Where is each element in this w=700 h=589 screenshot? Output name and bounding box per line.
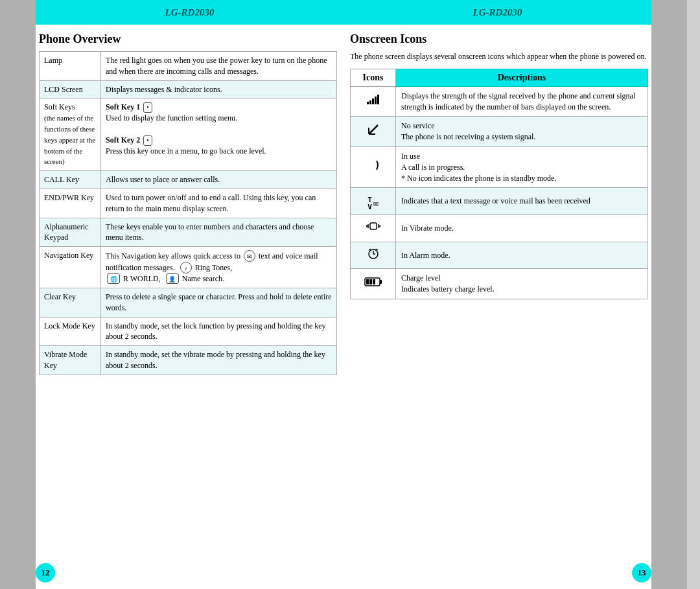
table-row: Lamp The red light goes on when you use … — [40, 52, 337, 81]
in-use-icon-cell — [351, 146, 396, 187]
desc-col-header: Descriptions — [396, 69, 648, 86]
no-service-icon-cell — [351, 117, 396, 147]
desc-cell: This Navigation key allows quick access … — [101, 247, 337, 288]
table-row: Navigation Key This Navigation key allow… — [40, 247, 337, 288]
table-row: Vibrate Mode Key In standby mode, set th… — [40, 346, 337, 375]
battery-icon-cell — [351, 269, 396, 299]
desc-cell: Press to delete a single space or charac… — [101, 288, 337, 317]
key-cell: Clear Key — [40, 288, 101, 317]
nav-icon-mail: ✉ — [244, 250, 255, 262]
desc-cell: In standby mode, set the lock function b… — [101, 317, 337, 346]
onscreen-intro: The phone screen displays several onscre… — [350, 51, 648, 62]
vibrate-icon — [366, 219, 380, 233]
signal-icon-cell — [351, 86, 396, 117]
table-row: Lock Mode Key In standby mode, set the l… — [40, 317, 337, 346]
nav-icon-name: 👤 — [166, 273, 179, 284]
vibrate-desc: In Vibrate mode. — [396, 215, 648, 242]
battery-icon — [364, 277, 382, 287]
gray-bar-left — [0, 0, 36, 589]
no-service-desc: No serviceThe phone is not receiving a s… — [396, 117, 648, 147]
icons-table-row: TV ✉ Indicates that a text message or vo… — [351, 188, 648, 215]
no-service-icon — [366, 122, 380, 137]
table-row: Clear Key Press to delete a single space… — [40, 288, 337, 317]
key-cell: Soft Keys(the names of the functions of … — [40, 98, 101, 171]
text-voice-mail-icon: TV ✉ — [368, 196, 378, 211]
icons-table-row: No serviceThe phone is not receiving a s… — [351, 117, 648, 147]
nav-icon-world: 🌐 — [107, 273, 120, 284]
svg-rect-14 — [380, 280, 382, 284]
alarm-icon-cell — [351, 242, 396, 268]
desc-cell: In standby mode, set the vibrate mode by… — [101, 346, 337, 375]
svg-rect-3 — [370, 223, 377, 229]
softkey1-icon: • — [143, 102, 152, 113]
right-header-title: LG-RD2030 — [473, 7, 522, 18]
alarm-icon — [366, 246, 380, 260]
vibrate-icon-cell — [351, 215, 396, 242]
icons-col-header: Icons — [351, 69, 396, 86]
svg-rect-17 — [373, 279, 375, 284]
key-cell: Navigation Key — [40, 247, 101, 288]
header-bar-right: LG-RD2030 — [344, 0, 651, 25]
svg-line-0 — [369, 125, 378, 134]
key-cell: Lamp — [40, 52, 101, 81]
overview-table: Lamp The red light goes on when you use … — [39, 51, 337, 375]
phone-overview-title: Phone Overview — [39, 32, 337, 46]
signal-bars-icon — [367, 94, 379, 104]
page-number-left: 12 — [36, 563, 55, 583]
desc-cell: Soft Key 1 • Used to display the functio… — [101, 98, 337, 171]
table-row: LCD Screen Displays messages & indicator… — [40, 80, 337, 98]
battery-desc: Charge levelIndicates battery charge lev… — [396, 269, 648, 299]
key-cell: Alphanumeric Keypad — [40, 218, 101, 247]
onscreen-icons-title: Onscreen Icons — [350, 32, 648, 46]
desc-cell: These keys enable you to enter numbers a… — [101, 218, 337, 247]
icons-table-row: Charge levelIndicates battery charge lev… — [351, 269, 648, 299]
header-bar-left: LG-RD2030 — [36, 0, 344, 25]
key-cell: END/PWR Key — [40, 189, 101, 218]
gray-bar-right — [651, 0, 687, 589]
icons-table-row: In useA call is in progress.* No icon in… — [351, 146, 648, 187]
page-number-right: 13 — [632, 563, 651, 583]
softkey2-icon: • — [143, 135, 152, 146]
icons-table-row: In Vibrate mode. — [351, 215, 648, 242]
svg-rect-15 — [366, 279, 369, 284]
desc-cell: The red light goes on when you use the p… — [101, 52, 337, 81]
table-row: Alphanumeric Keypad These keys enable yo… — [40, 218, 337, 247]
alarm-desc: In Alarm mode. — [396, 242, 648, 268]
tv-desc: Indicates that a text message or voice m… — [396, 188, 648, 215]
icons-table-row: Displays the strength of the signal rece… — [351, 86, 648, 117]
icons-table-row: In Alarm mode. — [351, 242, 648, 268]
table-row: CALL Key Allows user to place or answer … — [40, 171, 337, 189]
icons-table-header-row: Icons Descriptions — [351, 69, 648, 86]
left-header-title: LG-RD2030 — [165, 7, 215, 18]
key-cell: CALL Key — [40, 171, 101, 189]
desc-cell: Allows user to place or answer calls. — [101, 171, 337, 189]
in-use-icon — [366, 158, 380, 172]
table-row: Soft Keys(the names of the functions of … — [40, 98, 337, 171]
nav-icon-ring: ♪ — [180, 262, 192, 273]
signal-desc: Displays the strength of the signal rece… — [396, 86, 648, 117]
tv-icon-cell: TV ✉ — [351, 188, 396, 215]
svg-rect-16 — [369, 279, 372, 284]
key-cell: Lock Mode Key — [40, 317, 101, 346]
key-cell: LCD Screen — [40, 80, 101, 98]
in-use-desc: In useA call is in progress.* No icon in… — [396, 146, 648, 187]
right-page-content: Onscreen Icons The phone screen displays… — [350, 32, 648, 557]
key-cell: Vibrate Mode Key — [40, 346, 101, 375]
left-page-content: Phone Overview Lamp The red light goes o… — [39, 32, 337, 557]
desc-cell: Displays messages & indicator icons. — [101, 80, 337, 98]
table-row: END/PWR Key Used to turn power on/off an… — [40, 189, 337, 218]
icons-table: Icons Descriptions — [350, 69, 648, 299]
desc-cell: Used to turn power on/off and to end a c… — [101, 189, 337, 218]
